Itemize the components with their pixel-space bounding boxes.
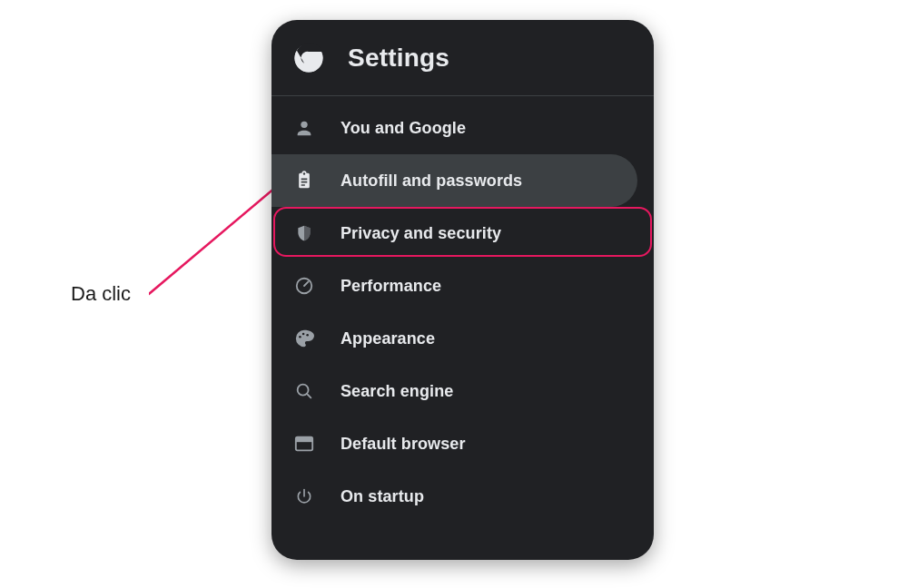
- svg-point-9: [299, 336, 301, 338]
- nav-item-autofill[interactable]: Autofill and passwords: [271, 154, 637, 207]
- callout-line: [149, 185, 278, 303]
- nav-item-label: Performance: [340, 277, 441, 296]
- nav-item-label: Search engine: [340, 382, 453, 401]
- nav-item-default-browser[interactable]: Default browser: [271, 417, 654, 470]
- nav-item-search-engine[interactable]: Search engine: [271, 365, 654, 417]
- nav-item-label: You and Google: [340, 119, 466, 138]
- svg-point-7: [301, 122, 307, 128]
- svg-point-10: [302, 333, 305, 336]
- svg-line-0: [149, 187, 276, 294]
- nav-item-label: Appearance: [340, 329, 435, 348]
- nav-item-label: Privacy and security: [340, 224, 501, 243]
- nav-item-you-and-google[interactable]: You and Google: [271, 102, 654, 154]
- callout-label: Da clic: [71, 282, 131, 306]
- svg-point-11: [306, 334, 309, 337]
- nav-item-performance[interactable]: Performance: [271, 260, 654, 312]
- clipboard-icon: [293, 170, 315, 191]
- nav-item-label: On startup: [340, 487, 424, 506]
- settings-panel: Settings You and Google Autofill and pas…: [271, 20, 654, 560]
- palette-icon: [293, 328, 315, 349]
- browser-window-icon: [293, 433, 315, 455]
- nav-item-label: Autofill and passwords: [340, 172, 522, 191]
- settings-nav: You and Google Autofill and passwords Pr…: [271, 96, 654, 523]
- svg-point-6: [304, 53, 313, 62]
- svg-line-13: [307, 394, 311, 397]
- svg-rect-15: [296, 437, 312, 443]
- panel-title: Settings: [348, 44, 449, 73]
- speedometer-icon: [293, 275, 315, 297]
- nav-item-label: Default browser: [340, 435, 466, 454]
- nav-item-privacy[interactable]: Privacy and security: [271, 207, 654, 260]
- shield-icon: [293, 222, 315, 244]
- search-icon: [293, 380, 315, 402]
- nav-item-on-startup[interactable]: On startup: [271, 470, 654, 523]
- nav-item-appearance[interactable]: Appearance: [271, 312, 654, 365]
- power-icon: [293, 485, 315, 507]
- person-icon: [293, 117, 315, 139]
- chrome-logo-icon: [293, 43, 324, 74]
- panel-header: Settings: [271, 20, 654, 96]
